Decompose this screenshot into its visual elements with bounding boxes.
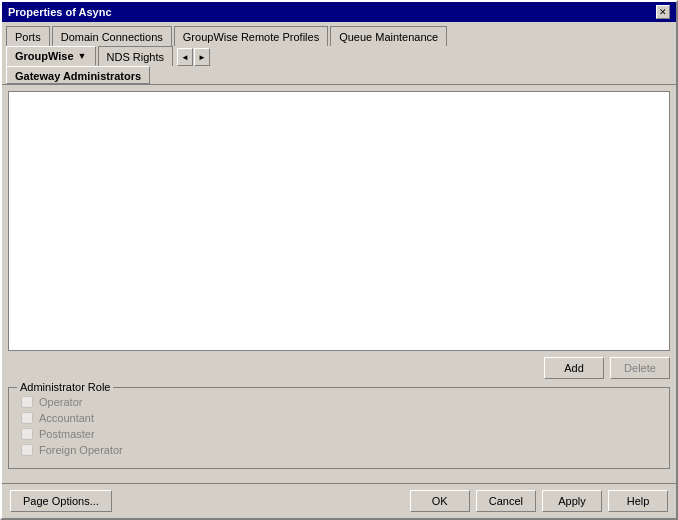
title-bar: Properties of Async ✕ <box>2 2 676 22</box>
delete-button[interactable]: Delete <box>610 357 670 379</box>
tab-row-2: GroupWise ▼ NDS Rights ◄ ► <box>2 46 676 66</box>
foreign-operator-checkbox[interactable] <box>21 444 33 456</box>
bottom-right-buttons: OK Cancel Apply Help <box>410 490 668 512</box>
main-window: Properties of Async ✕ Ports Domain Conne… <box>0 0 678 520</box>
content-area: Add Delete Administrator Role Operator A… <box>2 85 676 483</box>
foreign-operator-row: Foreign Operator <box>21 444 657 456</box>
operator-label: Operator <box>39 396 82 408</box>
tab-gwrp[interactable]: GroupWise Remote Profiles <box>174 26 328 46</box>
postmaster-checkbox[interactable] <box>21 428 33 440</box>
tab-next-button[interactable]: ► <box>194 48 210 66</box>
subtab-row: Gateway Administrators <box>2 66 676 84</box>
admin-role-group: Administrator Role Operator Accountant P… <box>8 387 670 469</box>
tab-nav: ◄ ► <box>177 48 211 66</box>
close-button[interactable]: ✕ <box>656 5 670 19</box>
subtab-gateway-admin[interactable]: Gateway Administrators <box>6 66 150 84</box>
window-title: Properties of Async <box>8 6 112 18</box>
accountant-label: Accountant <box>39 412 94 424</box>
tab-header: Ports Domain Connections GroupWise Remot… <box>2 22 676 85</box>
add-button[interactable]: Add <box>544 357 604 379</box>
ok-button[interactable]: OK <box>410 490 470 512</box>
accountant-row: Accountant <box>21 412 657 424</box>
accountant-checkbox[interactable] <box>21 412 33 424</box>
operator-checkbox[interactable] <box>21 396 33 408</box>
postmaster-label: Postmaster <box>39 428 95 440</box>
bottom-bar: Page Options... OK Cancel Apply Help <box>2 483 676 518</box>
page-options-button[interactable]: Page Options... <box>10 490 112 512</box>
tab-row-1: Ports Domain Connections GroupWise Remot… <box>2 22 676 46</box>
tab-nds-rights[interactable]: NDS Rights <box>98 46 173 66</box>
tab-groupwise[interactable]: GroupWise ▼ <box>6 46 96 66</box>
help-button[interactable]: Help <box>608 490 668 512</box>
admin-role-legend: Administrator Role <box>17 381 113 393</box>
cancel-button[interactable]: Cancel <box>476 490 536 512</box>
tab-queue[interactable]: Queue Maintenance <box>330 26 447 46</box>
admin-list-box[interactable] <box>8 91 670 351</box>
postmaster-row: Postmaster <box>21 428 657 440</box>
tab-ports[interactable]: Ports <box>6 26 50 46</box>
tab-domain[interactable]: Domain Connections <box>52 26 172 46</box>
list-button-row: Add Delete <box>8 357 670 379</box>
tab-prev-button[interactable]: ◄ <box>177 48 193 66</box>
apply-button[interactable]: Apply <box>542 490 602 512</box>
foreign-operator-label: Foreign Operator <box>39 444 123 456</box>
operator-row: Operator <box>21 396 657 408</box>
groupwise-dropdown-arrow: ▼ <box>78 51 87 61</box>
